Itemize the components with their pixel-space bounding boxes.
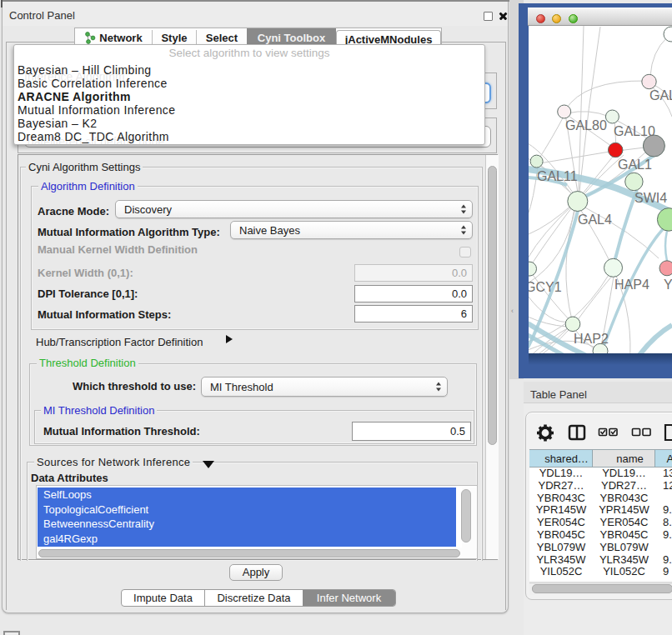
svg-text:Y: Y <box>664 278 672 292</box>
svg-text:GAL80: GAL80 <box>565 118 607 132</box>
svg-text:GAL4: GAL4 <box>578 212 612 227</box>
svg-text:HAP2: HAP2 <box>574 332 609 346</box>
svg-text:SWI4: SWI4 <box>634 191 667 205</box>
svg-text:HAP4: HAP4 <box>614 278 649 292</box>
svg-text:GAL: GAL <box>649 88 672 102</box>
svg-text:GCY1: GCY1 <box>529 280 562 294</box>
svg-text:GAL11: GAL11 <box>537 169 578 183</box>
svg-text:GAL10: GAL10 <box>614 124 655 138</box>
svg-text:GAL1: GAL1 <box>618 158 652 172</box>
